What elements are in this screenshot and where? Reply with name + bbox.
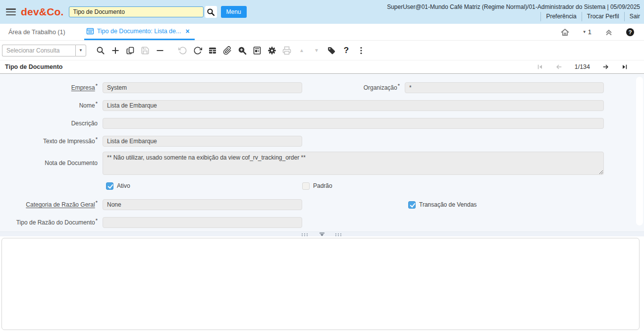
application-window: dev&Co. Menu SuperUser@01-Mundo Café Mat… [0, 0, 644, 334]
help-icon[interactable]: ? [626, 28, 634, 36]
save-button[interactable] [138, 44, 153, 57]
nome-field[interactable] [103, 100, 604, 111]
paperclip-icon [223, 46, 232, 55]
app-logo: dev&Co. [21, 6, 64, 18]
top-header: dev&Co. Menu SuperUser@01-Mundo Café Mat… [0, 0, 644, 24]
header-user-area: SuperUser@01-Mundo Café Matriz (Regime N… [387, 2, 640, 21]
copy-record-button[interactable] [123, 44, 138, 57]
categoria-label: Categoria de Razão Geral* [0, 201, 98, 208]
parent-record-button[interactable]: ▲ [294, 44, 309, 57]
padrao-label: Padrão [313, 182, 332, 189]
transacao-vendas-checkbox[interactable] [408, 201, 416, 209]
tab-workspace[interactable]: Área de Trabalho (1) [6, 24, 67, 40]
tipo-razao-label: Tipo de Razão do Documento* [0, 219, 98, 226]
process-button[interactable] [265, 44, 279, 57]
window-icon [86, 27, 94, 35]
report-icon [253, 46, 262, 55]
attachment-button[interactable] [220, 44, 235, 57]
close-tab-icon[interactable]: × [185, 28, 189, 35]
organizacao-field[interactable] [405, 82, 604, 93]
next-record-button[interactable] [602, 63, 609, 70]
logout-link[interactable]: Sair [624, 12, 640, 21]
nota-documento-field[interactable]: ** Não utilizar, usado somente na exibiç… [103, 152, 604, 175]
empresa-label: Empresa* [0, 84, 98, 91]
padrao-checkbox[interactable] [302, 182, 310, 190]
print-button[interactable] [279, 44, 294, 57]
form-row-nome: Nome* [0, 97, 644, 114]
detail-panel [1, 238, 640, 330]
descricao-field[interactable] [103, 118, 604, 129]
save-icon [141, 46, 150, 55]
document-type-form: Empresa* Organização* Nome* Descrição Te… [0, 74, 644, 231]
hamburger-menu-icon[interactable] [6, 8, 16, 15]
tag-icon [327, 46, 336, 55]
categoria-field[interactable] [103, 199, 302, 210]
ativo-checkbox[interactable] [106, 182, 113, 190]
global-search-input[interactable] [69, 6, 204, 17]
first-record-button[interactable] [537, 63, 543, 70]
plus-icon [111, 46, 120, 55]
descricao-label: Descrição [0, 120, 98, 127]
nome-label: Nome* [0, 102, 98, 109]
more-options-button[interactable] [354, 44, 369, 57]
search-button[interactable] [205, 6, 217, 18]
last-record-button[interactable] [621, 63, 628, 70]
user-info: SuperUser@01-Mundo Café Matriz (Regime N… [387, 2, 640, 12]
tipo-razao-field[interactable] [103, 217, 302, 228]
switch-profile-link[interactable]: Trocar Perfil [582, 12, 619, 21]
search-icon [207, 8, 215, 16]
saved-query-dropdown-button[interactable]: ▼ [75, 45, 86, 56]
desktop-number: 1 [588, 28, 591, 36]
record-header: Tipo de Documento 1/134 [0, 60, 644, 74]
tab-bar: Área de Trabalho (1) Tipo de Documento: … [0, 24, 644, 41]
preferences-link[interactable]: Preferência [540, 12, 576, 21]
menu-button[interactable]: Menu [221, 6, 247, 18]
new-record-button[interactable] [108, 44, 123, 57]
refresh-icon [193, 46, 202, 55]
minus-icon [156, 46, 164, 55]
texto-impressao-label: Texto de Impressão* [0, 138, 98, 145]
zoom-across-button[interactable] [235, 44, 250, 57]
toolbar-help-button[interactable]: ? [339, 44, 354, 57]
organizacao-label: Organização* [302, 84, 400, 91]
report-button[interactable] [250, 44, 265, 57]
vertical-ellipsis-icon [360, 46, 363, 55]
tab-document-type[interactable]: Tipo de Documento: Lista de... × [84, 24, 195, 40]
form-row-texto-impressao: Texto de Impressão* [0, 132, 644, 150]
form-row-nota-documento: Nota de Documento ** Não utilizar, usado… [0, 150, 644, 176]
splitter-grip-icon[interactable] [335, 233, 343, 236]
previous-record-button[interactable] [555, 63, 563, 70]
desktop-selector[interactable]: ▼ 1 [583, 28, 591, 36]
question-mark-icon: ? [344, 46, 349, 56]
home-icon[interactable] [560, 28, 570, 37]
triangle-down-icon: ▼ [314, 48, 319, 53]
empresa-field[interactable] [103, 82, 302, 93]
transacao-vendas-label: Transação de Vendas [419, 201, 477, 208]
record-count: 1/134 [575, 63, 590, 70]
grid-toggle-button[interactable] [205, 44, 220, 57]
toolbar: ▼ ▲ ▼ ? [0, 41, 644, 60]
splitter-collapse-icon[interactable] [319, 232, 325, 236]
undo-button[interactable] [175, 44, 190, 57]
texto-impressao-field[interactable] [103, 136, 302, 147]
find-record-button[interactable] [93, 44, 108, 57]
splitter-grip-icon[interactable] [301, 233, 309, 236]
find-icon [96, 46, 105, 55]
saved-query-combobox: ▼ [2, 45, 86, 56]
form-scrollbar[interactable] [636, 77, 643, 225]
chevron-down-icon: ▼ [583, 30, 587, 34]
collapse-header-icon[interactable] [604, 28, 613, 36]
form-row-flags-1: Ativo Padrão [0, 176, 644, 196]
delete-record-button[interactable] [153, 44, 167, 57]
refresh-button[interactable] [190, 44, 205, 57]
tab-label: Tipo de Documento: Lista de... [97, 28, 181, 35]
form-row-empresa-organizacao: Empresa* Organização* [0, 79, 644, 97]
undo-icon [178, 46, 187, 55]
saved-query-input[interactable] [2, 45, 75, 56]
nota-documento-label: Nota de Documento [0, 160, 98, 167]
form-row-categoria: Categoria de Razão Geral* Transação de V… [0, 196, 644, 214]
record-pager: 1/134 [537, 63, 639, 70]
panel-splitter[interactable] [0, 231, 644, 236]
detail-record-button[interactable]: ▼ [309, 44, 324, 57]
label-button[interactable] [324, 44, 339, 57]
